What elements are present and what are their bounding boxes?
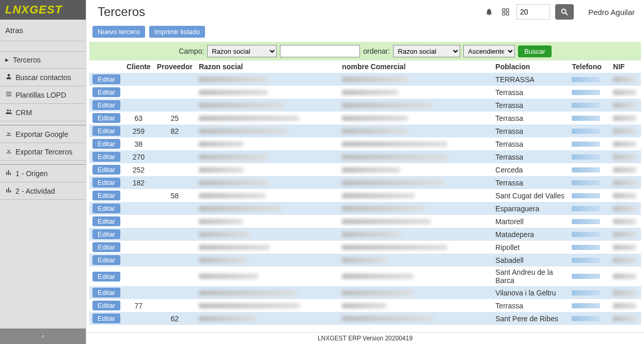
th-telefono[interactable]: Telefono <box>569 60 610 73</box>
grid-icon[interactable] <box>500 6 511 18</box>
cell-nif <box>610 150 641 163</box>
sidebar-item-label: Exportar Google <box>15 130 68 138</box>
cell-telefono <box>569 73 610 86</box>
bell-icon[interactable] <box>483 6 495 18</box>
sidebar-item-exportar-terceros[interactable]: Exportar Terceros <box>0 143 86 161</box>
cell-poblacion: Martorell <box>492 215 569 228</box>
th-nif[interactable]: NIF <box>610 60 641 73</box>
cell-nombre <box>339 202 492 215</box>
cell-nif <box>610 86 641 99</box>
sidebar-item-exportar-google[interactable]: Exportar Google <box>0 126 86 143</box>
edit-button[interactable]: Editar <box>92 87 120 97</box>
cell-cliente <box>123 215 154 228</box>
page-title: Terceros <box>98 5 145 19</box>
sidebar-item-plantillas-lopd[interactable]: Plantillas LOPD <box>0 86 86 104</box>
cell-proveedor <box>154 163 196 176</box>
edit-button[interactable]: Editar <box>92 216 120 226</box>
sidebar-item-2---actividad[interactable]: 2 - Actividad <box>0 182 86 200</box>
filter-text-input[interactable] <box>280 45 360 57</box>
sidebar-item-label: 1 - Origen <box>15 169 48 178</box>
cell-nif <box>610 241 641 254</box>
th-poblacion[interactable]: Poblacion <box>492 60 569 73</box>
user-name[interactable]: Pedro Aguilar <box>588 8 635 17</box>
main-content: Terceros Pedro Aguilar Nuevo tercero Imp… <box>86 0 644 344</box>
brand-logo: LNXGEST <box>0 0 86 20</box>
campo-select[interactable]: Razon social <box>207 45 277 57</box>
edit-button[interactable]: Editar <box>92 242 120 252</box>
sidebar-item-buscar-contactos[interactable]: Buscar contactos <box>0 69 86 86</box>
buscar-button[interactable]: Buscar <box>518 45 551 57</box>
direction-select[interactable]: Ascendiente <box>463 45 515 57</box>
edit-button[interactable]: Editar <box>92 288 120 298</box>
users-icon <box>5 108 12 117</box>
page-size-input[interactable] <box>516 4 550 20</box>
cell-razon <box>196 112 339 124</box>
cell-razon <box>196 312 339 325</box>
cell-telefono <box>569 215 610 228</box>
table-row: Editar62Sant Pere de Ribes <box>89 312 641 325</box>
svg-rect-14 <box>502 9 505 11</box>
edit-button[interactable]: Editar <box>92 301 120 310</box>
cell-telefono <box>569 228 610 241</box>
table-row: Editar252Cerceda <box>89 163 641 176</box>
svg-rect-15 <box>506 9 509 11</box>
th-nombre[interactable]: nombre Comercial <box>339 60 492 73</box>
edit-button[interactable]: Editar <box>92 229 120 239</box>
cell-telefono <box>569 286 610 299</box>
cell-nombre <box>339 228 492 241</box>
th-razon[interactable]: Razon social <box>196 60 339 73</box>
edit-button[interactable]: Editar <box>92 178 120 187</box>
edit-button[interactable]: Editar <box>92 113 120 123</box>
cell-telefono <box>569 202 610 215</box>
sidebar-item-label: Buscar contactos <box>15 73 71 82</box>
sidebar-back[interactable]: Atras <box>0 20 86 41</box>
cell-razon <box>196 241 339 254</box>
cell-nif <box>610 254 641 267</box>
svg-rect-17 <box>506 12 509 15</box>
cell-razon <box>196 86 339 99</box>
cell-proveedor <box>154 137 196 150</box>
cell-nombre <box>339 99 492 112</box>
edit-button[interactable]: Editar <box>92 74 120 84</box>
edit-button[interactable]: Editar <box>92 126 120 136</box>
cell-razon <box>196 215 339 228</box>
sidebar-collapse[interactable]: ‹ <box>0 329 86 344</box>
cell-telefono <box>569 267 610 286</box>
edit-button[interactable]: Editar <box>92 139 120 149</box>
cell-nombre <box>339 312 492 325</box>
table-row: EditarVilanova i la Geltru <box>89 286 641 299</box>
cell-poblacion: Cerceda <box>492 163 569 176</box>
svg-point-0 <box>8 74 10 76</box>
cell-nif <box>610 137 641 150</box>
cell-nombre <box>339 215 492 228</box>
cell-nombre <box>339 86 492 99</box>
edit-button[interactable]: Editar <box>92 191 120 200</box>
edit-button[interactable]: Editar <box>92 272 120 282</box>
th-cliente[interactable]: Cliente <box>123 60 154 73</box>
cell-razon <box>196 267 339 286</box>
cell-telefono <box>569 299 610 312</box>
cell-cliente <box>123 241 154 254</box>
search-button[interactable] <box>555 4 574 20</box>
sidebar-item-crm[interactable]: CRM <box>0 104 86 121</box>
sidebar-item-terceros[interactable]: Terceros <box>0 52 86 69</box>
svg-rect-2 <box>6 93 12 94</box>
edit-button[interactable]: Editar <box>92 165 120 175</box>
svg-point-18 <box>562 9 566 13</box>
cell-razon <box>196 163 339 176</box>
cell-proveedor: 82 <box>154 124 196 137</box>
print-list-button[interactable]: Imprimir listado <box>149 26 205 38</box>
edit-button[interactable]: Editar <box>92 204 120 213</box>
th-proveedor[interactable]: Proveedor <box>154 60 196 73</box>
cell-proveedor <box>154 215 196 228</box>
edit-button[interactable]: Editar <box>92 152 120 162</box>
edit-button[interactable]: Editar <box>92 100 120 110</box>
sidebar-item-1---origen[interactable]: 1 - Origen <box>0 165 86 182</box>
table-row: Editar270Terrassa <box>89 150 641 163</box>
table-row: Editar6325Terrassa <box>89 112 641 124</box>
ordenar-select[interactable]: Razon social <box>393 45 460 57</box>
edit-button[interactable]: Editar <box>92 255 120 265</box>
new-tercero-button[interactable]: Nuevo tercero <box>92 26 145 38</box>
cell-proveedor <box>154 254 196 267</box>
edit-button[interactable]: Editar <box>92 314 120 323</box>
